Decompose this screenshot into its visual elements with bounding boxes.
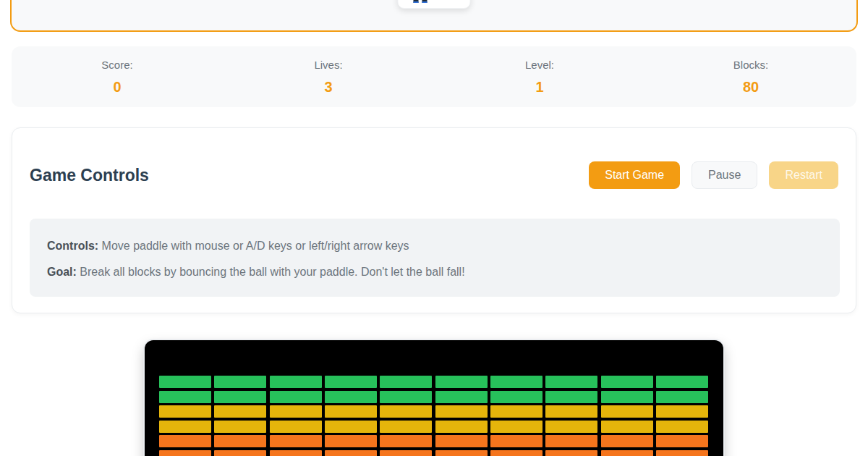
game-block (545, 421, 597, 433)
top-banner-panel (10, 0, 858, 32)
game-block (325, 435, 377, 447)
game-block (656, 435, 708, 447)
stat-blocks-label: Blocks: (733, 59, 768, 71)
game-block (325, 405, 377, 418)
game-block (214, 376, 266, 388)
game-block (601, 376, 653, 388)
stat-level-value: 1 (535, 79, 543, 96)
game-block (325, 391, 377, 403)
glyph-mark-icon (422, 0, 427, 3)
goal-instruction-label: Goal: (47, 266, 77, 278)
game-block (435, 421, 488, 433)
game-block (380, 391, 432, 403)
goal-instruction: Goal: Break all blocks by bouncing the b… (47, 265, 822, 279)
game-block (270, 450, 322, 456)
game-block (380, 421, 432, 433)
game-block (656, 421, 708, 433)
game-block (214, 391, 266, 403)
game-canvas[interactable] (145, 340, 723, 456)
game-block (490, 405, 542, 418)
game-block (545, 450, 597, 456)
stat-blocks: Blocks: 80 (645, 46, 856, 107)
game-block (380, 405, 432, 418)
game-block (545, 391, 597, 403)
game-block (380, 376, 432, 388)
stat-lives-value: 3 (324, 79, 332, 96)
game-block (490, 421, 542, 433)
stat-level-label: Level: (525, 59, 554, 71)
game-block (380, 450, 432, 456)
game-block (270, 391, 322, 403)
stat-level: Level: 1 (434, 46, 645, 107)
game-block (435, 450, 488, 456)
glyph-mark-icon (414, 0, 419, 3)
game-block (601, 421, 653, 433)
game-block (490, 391, 542, 403)
game-block (159, 405, 211, 418)
game-block (490, 450, 542, 456)
game-block (270, 421, 322, 433)
stat-score: Score: 0 (12, 46, 223, 107)
game-block (656, 376, 708, 388)
game-block (545, 405, 597, 418)
game-block (325, 450, 377, 456)
game-block (435, 405, 488, 418)
stat-lives: Lives: 3 (223, 46, 434, 107)
stat-lives-label: Lives: (314, 59, 342, 71)
game-block (490, 435, 542, 447)
game-block (325, 421, 377, 433)
page: Score: 0 Lives: 3 Level: 1 Blocks: 80 Ga… (0, 0, 868, 456)
game-block (214, 450, 266, 456)
page-title: Game Controls (30, 166, 149, 185)
game-block (656, 405, 708, 418)
game-block (490, 376, 542, 388)
game-block (159, 435, 211, 447)
game-block (545, 376, 597, 388)
start-game-button[interactable]: Start Game (589, 161, 680, 189)
game-block (380, 435, 432, 447)
game-block (214, 435, 266, 447)
game-block (325, 376, 377, 388)
instructions-box: Controls: Move paddle with mouse or A/D … (30, 219, 840, 297)
collapsed-header-pill[interactable] (398, 0, 471, 9)
stat-score-label: Score: (101, 59, 132, 71)
goal-instruction-text: Break all blocks by bouncing the ball wi… (77, 266, 465, 278)
game-block (435, 435, 488, 447)
game-controls-card: Game Controls Start Game Pause Restart C… (12, 127, 856, 313)
game-block (159, 450, 211, 456)
controls-instruction-label: Controls: (47, 240, 98, 252)
stats-bar: Score: 0 Lives: 3 Level: 1 Blocks: 80 (12, 46, 856, 107)
stat-score-value: 0 (113, 79, 121, 96)
game-block (545, 435, 597, 447)
game-block (159, 421, 211, 433)
game-block (435, 376, 488, 388)
game-block (214, 405, 266, 418)
restart-button[interactable]: Restart (769, 161, 838, 189)
button-row: Start Game Pause Restart (589, 161, 838, 189)
game-block (270, 435, 322, 447)
game-block (159, 391, 211, 403)
card-header: Game Controls Start Game Pause Restart (12, 128, 856, 189)
controls-instruction-text: Move paddle with mouse or A/D keys or le… (98, 240, 409, 252)
game-block (270, 405, 322, 418)
game-block (601, 450, 653, 456)
game-block (270, 376, 322, 388)
stat-blocks-value: 80 (743, 79, 759, 96)
controls-instruction: Controls: Move paddle with mouse or A/D … (47, 239, 822, 253)
pause-button[interactable]: Pause (692, 161, 757, 189)
game-block (601, 391, 653, 403)
game-block (656, 391, 708, 403)
game-block (214, 421, 266, 433)
game-block (601, 405, 653, 418)
game-block (601, 435, 653, 447)
game-block (435, 391, 488, 403)
game-block (656, 450, 708, 456)
game-block (159, 376, 211, 388)
